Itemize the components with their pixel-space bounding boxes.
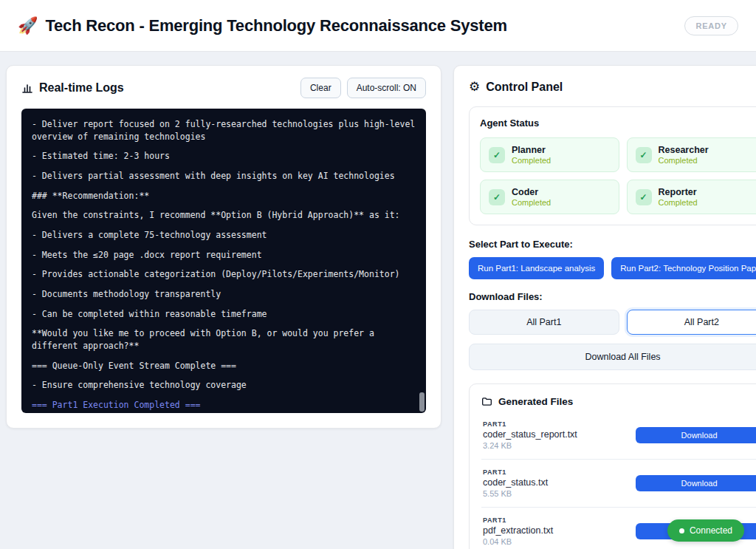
check-icon: ✓ — [636, 189, 652, 205]
file-meta: PART1coder_status.txt5.55 KB — [483, 468, 548, 498]
log-line: - Can be completed within reasonable tim… — [32, 308, 416, 321]
log-line: ### **Recommendation:** — [32, 190, 416, 202]
agent-name: Planner — [512, 145, 551, 155]
log-line: - Documents methodology transparently — [32, 288, 416, 301]
file-meta: PART1pdf_extraction.txt0.04 KB — [483, 516, 553, 546]
folder-icon — [481, 396, 492, 407]
check-icon: ✓ — [636, 147, 652, 163]
file-name: pdf_extraction.txt — [483, 525, 553, 536]
file-meta: PART1coder_status_report.txt3.24 KB — [483, 420, 577, 450]
control-panel-title: Control Panel — [486, 81, 563, 94]
run-part2-button[interactable]: Run Part2: Technology Position Papers — [611, 257, 756, 279]
agent-info: PlannerCompleted — [512, 145, 551, 165]
file-row: PART1coder_status.txt5.55 KBDownload — [481, 460, 756, 508]
agent-status: Completed — [659, 156, 709, 165]
connected-dot-icon — [679, 528, 684, 533]
agent-name: Coder — [512, 187, 551, 197]
agent-status-box: Agent Status ✓PlannerCompleted✓Researche… — [469, 106, 756, 225]
check-icon: ✓ — [489, 189, 505, 205]
file-download-button[interactable]: Download — [636, 427, 756, 443]
log-line: - Meets the ≤20 page .docx report requir… — [32, 249, 416, 262]
main-content: Real-time Logs Clear Auto-scroll: ON - D… — [0, 52, 756, 549]
file-size: 3.24 KB — [483, 441, 577, 450]
control-panel: ⚙ Control Panel Agent Status ✓PlannerCom… — [453, 65, 756, 549]
agent-status: Completed — [659, 198, 698, 207]
file-part-label: PART1 — [483, 516, 553, 524]
agent-info: ResearcherCompleted — [659, 145, 709, 165]
download-all-part1-button[interactable]: All Part1 — [469, 310, 619, 335]
file-name: coder_status.txt — [483, 477, 548, 488]
check-icon: ✓ — [489, 147, 505, 163]
log-line: - Estimated time: 2-3 hours — [32, 150, 416, 163]
app-header: 🚀 Tech Recon - Emerging Technology Recon… — [0, 0, 756, 52]
generated-files-title: Generated Files — [498, 396, 573, 407]
log-line: **Would you like me to proceed with Opti… — [32, 327, 416, 352]
log-line: - Deliver report focused on 2 fully-rese… — [32, 118, 416, 143]
rocket-icon: 🚀 — [18, 16, 38, 35]
terminal-scrollbar[interactable] — [419, 392, 425, 412]
log-line: === Queue-Only Event Stream Complete === — [32, 360, 416, 372]
ready-status-badge: READY — [684, 16, 738, 35]
agent-status-label: Agent Status — [480, 117, 756, 129]
agent-status: Completed — [512, 156, 551, 165]
agent-card: ✓PlannerCompleted — [480, 137, 619, 172]
download-files-label: Download Files: — [469, 291, 756, 302]
file-download-button[interactable]: Download — [636, 475, 756, 491]
agent-status: Completed — [512, 198, 551, 207]
file-row: PART1coder_status_report.txt3.24 KBDownl… — [481, 412, 756, 460]
log-line: - Delivers a complete 75-technology asse… — [32, 229, 416, 242]
select-part-label: Select Part to Execute: — [469, 239, 756, 250]
agent-card: ✓CoderCompleted — [480, 180, 619, 214]
log-line: - Ensure comprehensive technology covera… — [32, 379, 416, 392]
log-line: - Provides actionable categorization (De… — [32, 268, 416, 281]
file-size: 0.04 KB — [483, 537, 553, 546]
run-part1-button[interactable]: Run Part1: Landscape analysis — [469, 257, 604, 279]
download-all-files-button[interactable]: Download All Files — [469, 344, 756, 370]
file-part-label: PART1 — [483, 468, 548, 476]
page-title: Tech Recon - Emerging Technology Reconna… — [45, 16, 506, 35]
log-line: Given the constraints, I recommend **Opt… — [32, 209, 416, 222]
clear-logs-button[interactable]: Clear — [300, 78, 341, 98]
agent-info: CoderCompleted — [512, 187, 551, 207]
file-part-label: PART1 — [483, 420, 577, 428]
download-all-part2-button[interactable]: All Part2 — [627, 310, 756, 335]
bar-chart-icon — [21, 82, 33, 94]
agent-card: ✓ReporterCompleted — [627, 180, 756, 214]
log-line: === Part1 Execution Completed === — [32, 399, 416, 412]
realtime-logs-panel: Real-time Logs Clear Auto-scroll: ON - D… — [6, 65, 441, 429]
autoscroll-toggle-button[interactable]: Auto-scroll: ON — [347, 78, 426, 98]
connected-label: Connected — [690, 525, 732, 536]
gear-icon: ⚙ — [469, 79, 480, 95]
logs-title: Real-time Logs — [39, 81, 124, 95]
file-name: coder_status_report.txt — [483, 429, 577, 440]
file-size: 5.55 KB — [483, 489, 548, 498]
log-line: - Delivers partial assessment with deep … — [32, 170, 416, 183]
agent-card: ✓ResearcherCompleted — [627, 137, 756, 172]
connection-status-badge: Connected — [667, 519, 744, 542]
agent-status-grid: ✓PlannerCompleted✓ResearcherCompleted✓Co… — [480, 137, 756, 214]
agent-info: ReporterCompleted — [659, 187, 698, 207]
log-terminal[interactable]: - Deliver report focused on 2 fully-rese… — [21, 109, 426, 413]
agent-name: Researcher — [659, 145, 709, 155]
agent-name: Reporter — [659, 187, 698, 197]
